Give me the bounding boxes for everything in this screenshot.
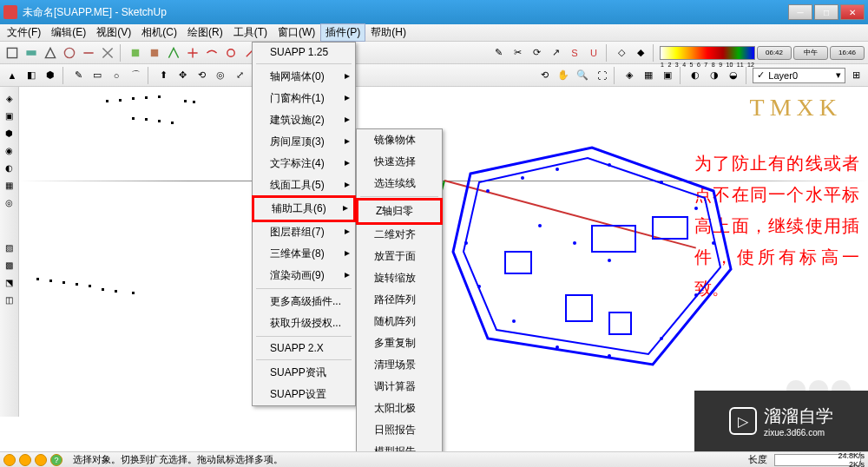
circle-icon[interactable]: ○ [108,67,125,84]
tool-icon[interactable]: ▨ [2,240,17,255]
time-display[interactable]: 16:46 [830,46,865,60]
menu-item[interactable]: 相机(C) [136,23,182,42]
help-icon[interactable]: ? [50,454,62,466]
menu-item[interactable]: 渲染动画(9) [253,265,355,286]
time-display[interactable]: 06:42 [757,46,792,60]
tool-icon[interactable] [203,44,220,62]
tool-icon[interactable]: ◉ [2,142,17,158]
menu-item[interactable]: 绘图(R) [182,23,228,42]
menu-item[interactable]: 日照报告 [357,419,442,441]
tool-icon[interactable] [42,44,59,62]
menu-item[interactable]: 多重复制 [357,332,442,354]
menu-item[interactable]: 文字标注(4) [253,153,355,174]
style-icon[interactable]: ◑ [706,67,723,84]
tool-icon[interactable] [99,44,116,62]
tool-icon[interactable] [3,44,21,62]
menu-item[interactable]: Z轴归零 [356,198,443,225]
eraser-icon[interactable]: ◧ [23,67,40,84]
pencil-icon[interactable]: ✎ [69,67,87,84]
offset-icon[interactable]: ◎ [212,67,229,84]
pan-icon[interactable]: ✋ [555,67,572,84]
menu-item[interactable]: 插件(P) [320,23,365,42]
menu-item[interactable]: 线面工具(5) [253,174,355,196]
menu-item[interactable]: 建筑设施(2) [253,109,355,131]
style-icon[interactable]: ◐ [687,67,704,84]
menu-item[interactable]: 镜像物体 [357,129,442,151]
arc-icon[interactable]: ⌒ [127,67,144,84]
tool-icon[interactable] [165,44,182,62]
menu-item[interactable]: 窗口(W) [273,23,320,42]
viewport[interactable]: TMXK 为了防止有的线或者点不在同一个水平标高上面，继续使用插件，使所有标高一… [19,87,868,434]
menu-item[interactable]: 二维对齐 [357,224,442,246]
tool-icon[interactable]: ▦ [2,177,17,193]
zoom-extents-icon[interactable]: ⛶ [593,67,610,84]
tool-icon[interactable]: ↗ [547,44,564,62]
tool-icon[interactable]: ◫ [2,292,17,307]
layer-selector[interactable]: ✓Layer0▾ [753,68,845,83]
layer-mgr-icon[interactable]: ⊞ [847,67,865,84]
rotate-icon[interactable]: ⟲ [193,67,210,84]
rect-icon[interactable]: ▭ [89,67,106,84]
tool-icon[interactable] [80,44,97,62]
menu-item[interactable]: 更多高级插件... [253,291,355,312]
top-icon[interactable]: ▦ [640,67,657,84]
tool-icon[interactable] [23,44,40,62]
tool-icon[interactable]: ◎ [2,194,17,210]
tool-icon[interactable]: ◈ [2,90,17,106]
menu-item[interactable]: SUAPP 1.25 [253,43,355,62]
menu-item[interactable]: 清理场景 [357,354,442,376]
menu-item[interactable]: 放置于面 [357,246,442,267]
push-icon[interactable]: ⬆ [155,67,172,84]
zoom-icon[interactable]: 🔍 [574,67,591,84]
menu-item[interactable]: 调计算器 [357,376,442,398]
select-icon[interactable]: ▲ [3,67,21,84]
tool-icon[interactable] [184,44,201,62]
menu-item[interactable]: 文件(F) [2,23,46,42]
menu-item[interactable]: SUAPP 2.X [253,339,355,358]
close-button[interactable]: ✕ [840,4,865,20]
tool-icon[interactable]: ◐ [2,160,17,175]
minimize-button[interactable]: ─ [788,4,812,20]
tool-icon[interactable]: U [585,44,602,62]
status-icon[interactable] [3,454,16,466]
time-display[interactable]: 中午 [793,46,828,60]
tool-icon[interactable]: ⟳ [528,44,545,62]
menu-item[interactable]: 工具(T) [228,23,273,42]
maximize-button[interactable]: □ [814,4,838,20]
tool-icon[interactable] [222,44,240,62]
move-icon[interactable]: ✥ [174,67,191,84]
tool-icon[interactable] [127,44,144,62]
tool-icon[interactable]: ◆ [632,44,649,62]
tool-icon[interactable] [61,44,78,62]
menu-item[interactable]: 视图(V) [91,23,136,42]
menu-item[interactable]: 帮助(H) [365,23,411,42]
menu-item[interactable]: 路径阵列 [357,289,442,311]
paint-icon[interactable]: ⬢ [42,67,59,84]
menu-item[interactable]: 快速选择 [357,151,442,173]
tool-icon[interactable]: ⬔ [2,274,17,290]
menu-item[interactable]: 选连续线 [357,173,442,194]
menu-item[interactable]: SUAPP设置 [253,384,355,405]
scale-icon[interactable]: ⤢ [231,67,248,84]
front-icon[interactable]: ▣ [659,67,676,84]
tool-icon[interactable]: ◇ [613,44,630,62]
tool-icon[interactable]: S [566,44,583,62]
menu-item[interactable]: 房间屋顶(3) [253,131,355,153]
menu-item[interactable]: 获取升级授权... [253,312,355,334]
menu-item[interactable]: 轴网墙体(0) [253,66,355,88]
orbit-icon[interactable]: ⟲ [536,67,553,84]
menu-item[interactable]: 门窗构件(1) [253,88,355,109]
tool-icon[interactable]: ▣ [2,108,17,123]
tool-icon[interactable] [146,44,163,62]
menu-item[interactable]: 编辑(E) [46,23,91,42]
status-icon[interactable] [19,454,31,466]
menu-item[interactable]: 随机阵列 [357,311,442,332]
tool-icon[interactable]: ✂ [509,44,526,62]
menu-item[interactable]: 旋转缩放 [357,267,442,289]
menu-item[interactable]: 太阳北极 [357,398,442,419]
tool-icon[interactable]: ⬢ [2,125,17,141]
menu-item[interactable]: 三维体量(8) [253,243,355,265]
menu-item[interactable]: 辅助工具(6) [252,195,356,222]
status-icon[interactable] [35,454,47,466]
style-icon[interactable]: ◒ [725,67,742,84]
